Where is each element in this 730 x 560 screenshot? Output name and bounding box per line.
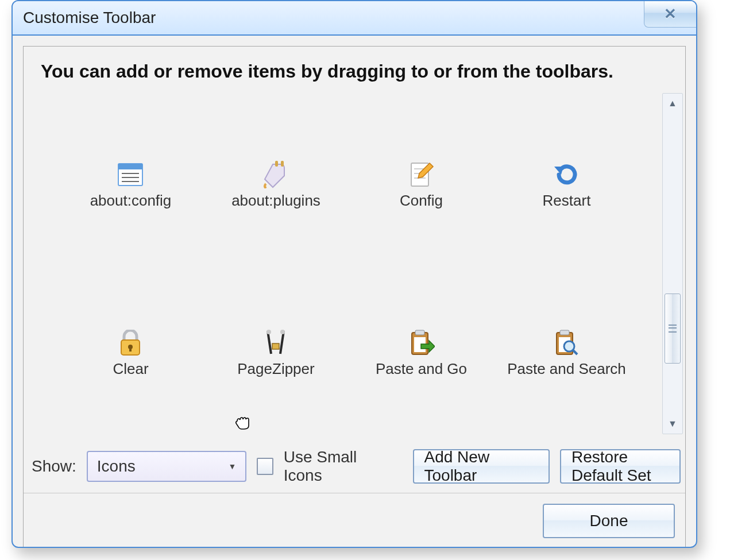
scroll-track[interactable] [663, 113, 682, 414]
scroll-up-arrow[interactable]: ▲ [663, 94, 682, 113]
svg-point-16 [280, 330, 285, 334]
titlebar: Customise Toolbar ✕ [13, 1, 696, 36]
svg-rect-13 [129, 347, 132, 352]
svg-rect-18 [415, 330, 424, 335]
customise-toolbar-dialog: Customise Toolbar ✕ You can add or remov… [11, 0, 697, 548]
instruction-text: You can add or remove items by dragging … [24, 47, 685, 90]
vertical-scrollbar[interactable]: ▲ ▼ [662, 93, 683, 434]
item-restart[interactable]: Restart [543, 161, 591, 210]
item-config[interactable]: Config [400, 161, 443, 210]
item-label: Clear [113, 360, 148, 378]
show-dropdown-value: Icons [97, 457, 136, 476]
done-button[interactable]: Done [543, 504, 675, 538]
options-row: Show: Icons ▼ Use Small Icons Add New To… [24, 438, 685, 493]
item-paste-and-search[interactable]: Paste and Search [507, 329, 626, 378]
restart-icon [553, 161, 581, 188]
svg-point-15 [266, 330, 271, 334]
window-title: Customise Toolbar [13, 9, 156, 27]
add-new-toolbar-button[interactable]: Add New Toolbar [413, 449, 550, 484]
item-label: about:plugins [231, 192, 320, 210]
item-about-plugins[interactable]: about:plugins [231, 161, 320, 210]
item-label: Paste and Search [507, 360, 626, 378]
item-pagezipper[interactable]: PageZipper [237, 329, 314, 378]
toolbar-items-grid: about:config about:plugins [24, 90, 662, 438]
scroll-thumb[interactable] [665, 293, 681, 364]
show-dropdown[interactable]: Icons ▼ [87, 451, 247, 482]
dialog-body: You can add or remove items by dragging … [23, 46, 686, 548]
svg-rect-6 [281, 161, 284, 167]
item-label: Restart [543, 192, 591, 210]
show-label: Show: [32, 457, 76, 476]
chevron-down-icon: ▼ [229, 462, 237, 471]
svg-rect-14 [272, 343, 279, 349]
svg-rect-21 [560, 330, 569, 335]
item-label: PageZipper [237, 360, 314, 378]
footer: Done [24, 493, 685, 548]
restore-default-button[interactable]: Restore Default Set [560, 449, 681, 484]
paste-go-icon [408, 329, 435, 357]
close-button[interactable]: ✕ [644, 1, 696, 28]
pagezipper-icon [262, 329, 289, 357]
config-list-icon [117, 161, 144, 188]
item-label: Paste and Go [376, 360, 467, 378]
paste-search-icon [553, 329, 580, 357]
svg-rect-5 [275, 161, 278, 167]
edit-page-icon [408, 161, 435, 188]
use-small-icons-checkbox[interactable] [257, 458, 273, 475]
use-small-icons-label[interactable]: Use Small Icons [284, 448, 392, 485]
scroll-down-arrow[interactable]: ▼ [663, 414, 682, 434]
close-icon: ✕ [664, 5, 677, 23]
item-about-config[interactable]: about:config [90, 161, 172, 210]
svg-rect-1 [118, 164, 142, 169]
plugin-icon [262, 161, 290, 188]
item-clear[interactable]: Clear [113, 329, 148, 378]
item-paste-and-go[interactable]: Paste and Go [376, 329, 467, 378]
item-label: Config [400, 192, 443, 210]
svg-line-24 [573, 350, 577, 354]
lock-icon [117, 329, 144, 357]
item-label: about:config [90, 192, 172, 210]
